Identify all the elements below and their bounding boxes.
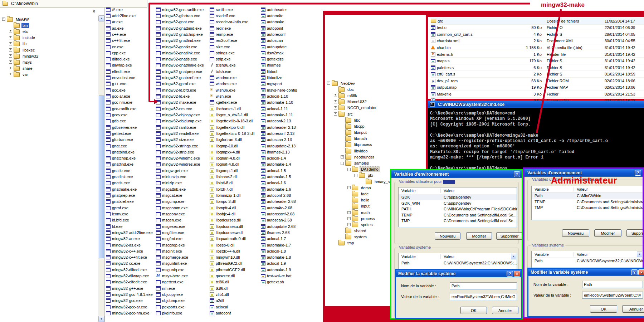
- file-item[interactable]: mingw32-g++.exe: [106, 285, 155, 291]
- file-item[interactable]: mingw32-gcc-ar.exe: [106, 304, 155, 310]
- dialog-titlebar[interactable]: Variables d'environnement ?: [391, 170, 522, 178]
- file-item[interactable]: xgettext.exe: [210, 99, 260, 106]
- env-var-row[interactable]: PathC:\WINDOWS\system32;C:\WINDOWS;...: [399, 260, 517, 266]
- file-item[interactable]: msggrep.exe: [156, 242, 208, 248]
- file-item[interactable]: miniunzip.exe: [156, 174, 208, 180]
- file-item[interactable]: mingw32-gcc-ranlib.exe: [156, 6, 208, 13]
- file-item[interactable]: mingw32-elfedit.exe: [106, 279, 155, 285]
- file-item[interactable]: libcharset-1.dll: [210, 106, 260, 112]
- file-item[interactable]: libobjc-4.dll: [210, 211, 260, 217]
- help-icon[interactable]: ?: [507, 271, 513, 277]
- file-item[interactable]: mingw32-gfortran.exe: [156, 13, 208, 19]
- tree-item-neodev[interactable]: -NeoDev: [327, 80, 425, 86]
- file-item[interactable]: automake-1.8: [261, 254, 314, 260]
- tree-item-share[interactable]: +share: [2, 65, 97, 72]
- detail-row[interactable]: test.o80 KoFichier O22/01/2014 06:39: [431, 25, 644, 31]
- file-item[interactable]: automake-1.4: [261, 161, 314, 167]
- ok-button[interactable]: OK: [590, 305, 617, 313]
- file-item[interactable]: libmpc-3.dll: [210, 199, 260, 205]
- file-item[interactable]: gcc-ranlib.exe: [106, 106, 155, 112]
- env-var-row[interactable]: TEMPC:\Documents and Settings\Administra…: [532, 199, 643, 205]
- detail-row[interactable]: dev_p1.rom63 KoFichier ROM02/02/2014 18:…: [431, 78, 644, 84]
- tree-item-libexec[interactable]: +libexec: [2, 47, 97, 53]
- file-item[interactable]: autoscan-2.68: [261, 217, 314, 223]
- file-item[interactable]: automake-1.10: [261, 99, 314, 106]
- expand-icon[interactable]: +: [9, 54, 12, 58]
- tree-item-doc[interactable]: doc: [327, 86, 425, 92]
- env-var-row[interactable]: PathC:\MinGW\bin: [532, 193, 643, 199]
- collapse-icon[interactable]: -: [334, 112, 337, 116]
- file-item[interactable]: libgnat-4.8.dll: [210, 161, 260, 167]
- file-item[interactable]: mingw32-as.exe: [106, 242, 155, 248]
- tree-item-libprocess[interactable]: libprocess: [327, 142, 425, 148]
- file-item[interactable]: ld.exe: [106, 223, 155, 229]
- file-item[interactable]: autoscan-2.13: [261, 137, 314, 143]
- expand-icon[interactable]: +: [347, 223, 351, 226]
- env-var-row[interactable]: TEMPC:\Documents and Settings\dfi\Local …: [399, 212, 517, 218]
- detail-row[interactable]: gfxDossier de fichiers11/02/2014 14:17: [431, 18, 644, 25]
- tree-item-neothunder[interactable]: +neothunder: [327, 154, 425, 160]
- expand-icon[interactable]: +: [347, 217, 351, 220]
- file-item[interactable]: mingw32-strip.exe: [156, 149, 208, 155]
- nouveau-button[interactable]: Nouveau: [562, 229, 589, 237]
- file-item[interactable]: gnatprep.exe: [106, 192, 155, 198]
- file-item[interactable]: msgcmp.exe: [156, 199, 208, 205]
- file-item[interactable]: msgmerge.exe: [156, 254, 208, 260]
- file-item[interactable]: mingw32-gnat.exe: [156, 19, 208, 25]
- file-item[interactable]: mingw32-gnatfind.exe: [156, 38, 208, 44]
- file-item[interactable]: aclocal-1.5: [261, 167, 314, 174]
- detail-row[interactable]: Makefile3 KoFichier02/02/2014 21:53: [431, 91, 644, 98]
- file-item[interactable]: gprof.exe: [106, 205, 155, 211]
- file-item[interactable]: msys-here-config: [261, 87, 314, 93]
- file-item[interactable]: gnatbind.exe: [106, 149, 155, 155]
- file-item[interactable]: autoreconf: [261, 31, 314, 37]
- detail-row[interactable]: chardata.xml2 KoDocument XML30/01/2014 0…: [431, 38, 644, 45]
- file-item[interactable]: mingw32-gnatlink.exe: [156, 50, 208, 56]
- file-item[interactable]: autoupdate-2.13: [261, 143, 314, 149]
- dialog-titlebar[interactable]: Modifier la variable système ? ×: [528, 269, 644, 276]
- file-item[interactable]: autopoint: [261, 25, 314, 31]
- file-item[interactable]: gnatls.exe: [106, 180, 155, 186]
- file-item[interactable]: #!.exe: [106, 6, 155, 13]
- file-item[interactable]: as.exe: [106, 25, 155, 31]
- file-item[interactable]: ifnames-2.13: [261, 149, 314, 155]
- file-item[interactable]: msgconv.exe: [156, 211, 208, 217]
- file-item[interactable]: c++filt.exe: [106, 38, 155, 44]
- file-item[interactable]: elfedit.exe: [106, 68, 155, 74]
- file-item[interactable]: gnatchop.exe: [106, 155, 155, 161]
- file-item[interactable]: msgfmt.exe: [156, 236, 208, 242]
- file-item[interactable]: autoheader: [261, 6, 314, 13]
- file-item[interactable]: libmpfr-4.dll: [210, 205, 260, 211]
- file-item[interactable]: libgcc_s_dw2-1.dll: [210, 112, 260, 118]
- file-item[interactable]: mingw32-gnatls.exe: [156, 56, 208, 62]
- user-vars-table[interactable]: Variable Valeur GDKC:/apps/gendevGDK_WIN…: [398, 187, 517, 227]
- file-item[interactable]: zlib1.dll: [210, 291, 260, 297]
- file-item[interactable]: objdump.exe: [156, 298, 208, 304]
- scrollbar-thumb[interactable]: [99, 96, 104, 258]
- file-item[interactable]: ld.bfd.exe: [106, 217, 155, 223]
- file-item[interactable]: mingw32-dlltool.exe: [106, 267, 155, 273]
- tree-item-ngcd_emulator[interactable]: +NGCD_emulator: [327, 105, 425, 111]
- file-item[interactable]: c++.exe: [106, 31, 155, 37]
- file-item[interactable]: redir.exe: [210, 25, 260, 31]
- file-item[interactable]: msgunfmt.exe: [156, 260, 208, 267]
- file-item[interactable]: mingw32-c++.exe: [106, 248, 155, 254]
- scroll-up-icon[interactable]: ▲: [511, 254, 516, 259]
- file-item[interactable]: gcc-nm.exe: [106, 99, 155, 106]
- file-item[interactable]: libminizip-1.dll: [210, 192, 260, 198]
- file-item[interactable]: libpdcursesw.dll: [210, 229, 260, 235]
- variable-value-input[interactable]: [450, 293, 517, 300]
- detail-row[interactable]: output.map19 KoFichier MAP02/02/2014 18:…: [431, 84, 644, 91]
- file-item[interactable]: cpp.exe: [106, 50, 155, 56]
- file-item[interactable]: mingw32-nm.exe: [156, 106, 208, 112]
- file-item[interactable]: gnatkr.exe: [106, 167, 155, 174]
- file-item[interactable]: autoreconf-2.68: [261, 211, 314, 217]
- file-item[interactable]: pkginfo.exe: [156, 310, 208, 316]
- file-item[interactable]: autom4te: [261, 13, 314, 19]
- file-item[interactable]: mingw32-dllwrap.exe: [106, 273, 155, 279]
- file-item[interactable]: g++.exe: [106, 81, 155, 87]
- close-icon[interactable]: ×: [514, 271, 520, 277]
- variable-name-input[interactable]: [450, 282, 517, 289]
- file-item[interactable]: iconv.exe: [106, 211, 155, 217]
- file-item[interactable]: mingw32-ld.exe: [156, 93, 208, 99]
